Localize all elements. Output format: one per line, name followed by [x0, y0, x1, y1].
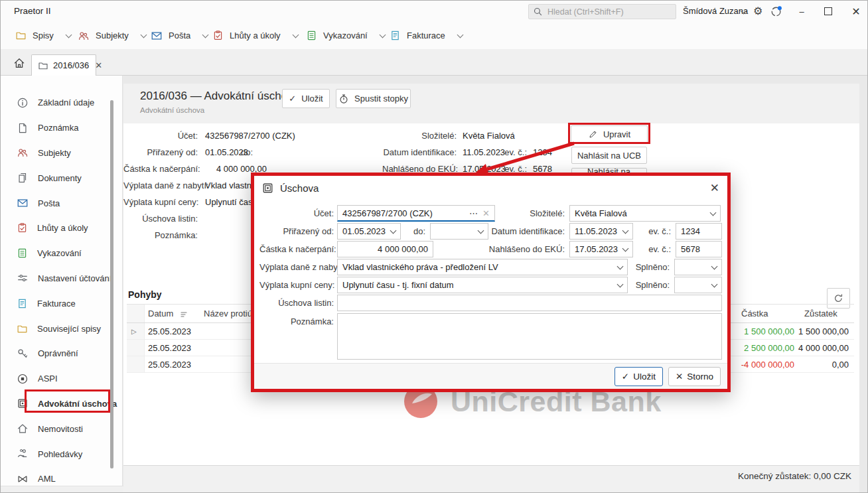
sidebar-item-dokumenty[interactable]: Dokumenty [1, 165, 122, 190]
vyplata-dane-label: Výplata daně z nabytí: [123, 180, 198, 190]
uschova-listin-input[interactable] [337, 295, 722, 311]
vyplata-dane-value: Vklad vlastnického práva - předložení LV [342, 262, 498, 272]
chevron-down-icon [292, 31, 299, 38]
column-header-castka[interactable]: Částka [741, 305, 768, 322]
chevron-down-icon [711, 263, 718, 270]
ev-c-input[interactable]: 1234 [676, 223, 722, 240]
vyplata-dane-select[interactable]: Vklad vlastnického práva - předložení LV [337, 259, 628, 275]
invoice-icon [390, 30, 401, 41]
case-header: 2016/036 — Advokátní úschova Advokátní ú… [123, 84, 859, 123]
dialog-save-label: Uložit [633, 372, 656, 382]
menu-fakturace[interactable]: Fakturace [390, 22, 463, 49]
chevron-down-icon [65, 31, 72, 38]
pohyby-title: Pohyby [128, 289, 162, 300]
slozitele-select[interactable]: Květa Fialová [569, 205, 721, 222]
datum-identifikace-datepicker[interactable]: 11.05.2023 [569, 223, 633, 240]
sidebar-item-aspi[interactable]: ASPI [1, 366, 122, 391]
house-icon [17, 423, 29, 435]
menu-lhuty-a-ukoly[interactable]: Lhůty a úkoly [212, 22, 298, 49]
castka-input[interactable]: 4 000 000,00 [337, 241, 433, 257]
documents-icon [17, 172, 29, 184]
save-button[interactable]: ✓ Uložit [282, 89, 330, 108]
tab-close-icon[interactable]: ✕ [95, 60, 102, 70]
edit-button[interactable]: Upravit [571, 125, 648, 143]
sidebar-scrollbar[interactable] [110, 100, 113, 468]
tab-2016-036[interactable]: 2016/036 ✕ [31, 54, 96, 76]
clipboard-icon [17, 222, 28, 234]
menu-vykazovani[interactable]: Vykazování [306, 22, 385, 49]
user-menu[interactable]: Šmídová Zuzana [683, 6, 748, 16]
sidebar-item-poznamka[interactable]: Poznámka [1, 115, 122, 141]
start-stopwatch-button[interactable]: Spustit stopky [336, 89, 411, 108]
column-header-datum[interactable]: Datum [148, 305, 188, 322]
menu-label: Subjekty [96, 31, 129, 40]
global-search[interactable] [528, 4, 676, 19]
menu-subjekty[interactable]: Subjekty [78, 22, 146, 49]
titlebar: Praetor II Šmídová Zuzana ⚙ – ✕ [1, 1, 867, 22]
splneno-select[interactable] [674, 259, 722, 275]
splneno-label: Splněno: [631, 262, 670, 272]
prirazeny-od-label: Přiřazený od: [133, 147, 198, 157]
sidebar-item-label: Advokátní úschova [38, 399, 117, 409]
dialog-close-icon[interactable]: ✕ [710, 181, 719, 195]
menu-posta[interactable]: Pošta [151, 22, 208, 49]
sidebar-item-pohledavky[interactable]: Pohledávky [1, 441, 122, 466]
chevron-down-icon [617, 281, 624, 288]
sidebar-item-posta[interactable]: Pošta [1, 190, 122, 216]
clear-icon[interactable]: ✕ [482, 208, 490, 218]
sidebar-item-label: Lhůty a úkoly [37, 223, 88, 233]
search-input[interactable] [546, 7, 672, 17]
sidebar-item-label: Vykazování [37, 248, 82, 258]
column-header-zustatek[interactable]: Zůstatek [804, 305, 837, 322]
sidebar-item-subjekty[interactable]: Subjekty [1, 141, 122, 166]
ucet-input[interactable]: 432567987/2700 (CZK) ⋯ ✕ [337, 205, 495, 222]
sidebar-item-nemovitosti[interactable]: Nemovitosti [1, 416, 122, 441]
row-expander-icon[interactable]: ▷ [131, 323, 137, 339]
nahlaseno-datepicker[interactable]: 17.05.2023 [569, 241, 633, 257]
ev-c-input[interactable]: 5678 [676, 241, 722, 257]
dialog-titlebar[interactable]: Úschova ✕ [254, 176, 727, 200]
dialog-body: Účet: 432567987/2700 (CZK) ⋯ ✕ Složitelé… [259, 205, 722, 363]
sort-ascending-icon [180, 310, 188, 318]
sidebar-item-opravneni[interactable]: Oprávnění [1, 341, 122, 366]
home-tab[interactable] [10, 55, 29, 71]
refresh-icon [833, 293, 844, 304]
save-label: Uložit [301, 94, 323, 104]
sidebar-item-lhuty-a-ukoly[interactable]: Lhůty a úkoly [1, 216, 122, 241]
sidebar-item-zakladni-udaje[interactable]: Základní údaje [1, 90, 122, 115]
maximize-button[interactable] [817, 1, 839, 22]
sidebar-item-fakturace[interactable]: Fakturace [1, 291, 122, 316]
do-datepicker[interactable] [430, 223, 488, 240]
report-ucb-button[interactable]: Nahlásit na UCB [571, 147, 647, 164]
sidebar-item-advokatni-uschova[interactable]: Advokátní úschova [1, 391, 122, 417]
sidebar-item-souvisejici-spisy[interactable]: Související spisy [1, 316, 122, 341]
settings-gear-icon[interactable]: ⚙ [753, 5, 762, 17]
ucet-label: Účet: [259, 208, 334, 218]
check-icon: ✓ [289, 94, 296, 104]
chevron-down-icon [457, 31, 463, 38]
menu-label: Vykazování [323, 31, 368, 40]
ucet-label: Účet: [133, 131, 198, 141]
menu-spisy[interactable]: Spisy [15, 22, 71, 49]
cell-zustatek: 1 500 000,00 [782, 323, 849, 339]
dialog-save-button[interactable]: ✓ Uložit [615, 367, 663, 386]
info-icon [17, 97, 29, 109]
slozitele-select-value: Květa Fialová [575, 208, 627, 218]
vyplata-kupni-label: Výplata kupní ceny: [123, 197, 198, 207]
close-button[interactable]: ✕ [845, 1, 867, 22]
sidebar-item-nastaveni-uctovani[interactable]: Nastavení účtování [1, 266, 122, 291]
sidebar-item-vykazovani[interactable]: Vykazování [1, 241, 122, 266]
menubar: Spisy Subjekty Pošta Lhůty a úkoly Vykaz… [1, 22, 867, 49]
lookup-ellipsis-icon[interactable]: ⋯ [469, 208, 478, 218]
uschova-listin-label: Úschova listin: [133, 214, 198, 224]
minimize-button[interactable]: – [790, 1, 813, 22]
castka-input-value: 4 000 000,00 [378, 244, 428, 254]
prirazeny-od-datepicker[interactable]: 01.05.2023 [337, 223, 401, 240]
sidebar-item-label: Dokumenty [38, 173, 82, 183]
people-icon [78, 30, 90, 42]
splneno-select[interactable] [674, 277, 722, 293]
poznamka-textarea[interactable] [337, 313, 722, 360]
dialog-cancel-button[interactable]: ✕ Storno [668, 367, 721, 386]
timer-status-icon[interactable] [770, 5, 783, 18]
vyplata-kupni-select[interactable]: Uplynutí času - tj. fixní datum [337, 277, 628, 293]
